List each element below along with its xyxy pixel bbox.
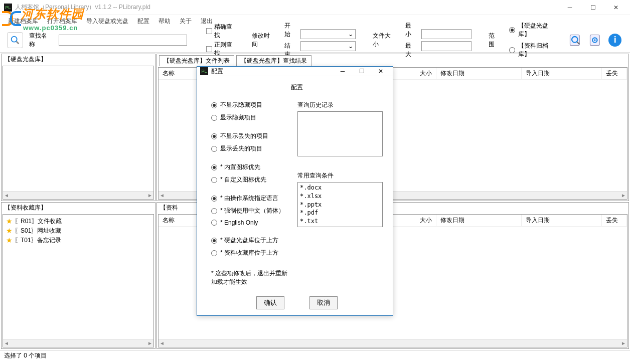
scroll-right-icon[interactable]: ► [147, 193, 152, 198]
col-idate[interactable]: 导入日期 [522, 215, 602, 226]
menu-open[interactable]: 打开档案库 [43, 16, 81, 27]
list-item[interactable]: ★〖T01〗备忘记录 [5, 236, 151, 245]
english-radio[interactable] [211, 220, 217, 226]
col-size[interactable]: 大小 [386, 68, 436, 79]
range-archive-radio[interactable] [509, 47, 515, 53]
dialog-maximize[interactable]: ☐ [353, 68, 371, 75]
panel-fav-header: 【资料收藏库】 [2, 203, 155, 213]
fav-label: 〖T01〗备忘记录 [15, 236, 61, 245]
hide-hidden-radio[interactable] [211, 102, 217, 108]
svg-line-1 [17, 41, 19, 44]
col-lost[interactable]: 丢失 [602, 68, 627, 79]
show-hidden-radio[interactable] [211, 115, 217, 121]
scroll-right-icon[interactable]: ► [147, 340, 152, 346]
dialog-title: 配置 [211, 67, 334, 76]
opt-label: * 强制使用中文（简体） [220, 207, 284, 215]
end-date-combo[interactable]: ⌄ [300, 41, 356, 51]
panel-disk-library: 【硬盘光盘库】 ◄► [1, 54, 155, 201]
filesize-label: 文件大小 [373, 32, 396, 49]
star-icon: ★ [6, 217, 13, 225]
col-idate[interactable]: 导入日期 [522, 68, 602, 79]
scrollbar[interactable]: ◄► [3, 191, 153, 199]
search-input[interactable] [59, 35, 187, 46]
search-icon[interactable] [7, 32, 23, 48]
panel-disk-header: 【硬盘光盘库】 [2, 54, 155, 65]
conditions-label: 常用查询条件 [297, 171, 383, 180]
col-lost[interactable]: 丢失 [602, 215, 627, 226]
builtin-icon-radio[interactable] [211, 164, 217, 170]
dialog-close[interactable]: ✕ [372, 68, 390, 75]
svg-point-7 [594, 39, 596, 41]
tab-search-result[interactable]: 【硬盘光盘库】查找结果 [236, 55, 311, 66]
start-label: 开始 [284, 22, 296, 39]
close-button[interactable]: ✕ [609, 4, 623, 11]
scroll-right-icon[interactable]: ► [621, 340, 626, 346]
fav-label: 〖S01〗网址收藏 [15, 227, 61, 235]
history-listbox[interactable] [297, 111, 383, 156]
scrollbar[interactable]: ◄► [159, 339, 627, 347]
svg-point-0 [11, 36, 17, 42]
scroll-left-icon[interactable]: ◄ [4, 340, 9, 346]
list-item[interactable]: ★〖R01〗文件收藏 [5, 217, 151, 226]
show-lost-radio[interactable] [211, 146, 217, 152]
scroll-left-icon[interactable]: ◄ [160, 193, 165, 198]
scroll-right-icon[interactable]: ► [621, 193, 626, 198]
menu-help[interactable]: 帮助 [154, 16, 175, 27]
status-text: 选择了 0 个项目 [4, 351, 47, 360]
opt-label: * English Only [220, 219, 258, 226]
minimize-button[interactable]: ─ [563, 4, 577, 11]
tool-gear-icon[interactable] [587, 32, 603, 48]
chevron-down-icon: ⌄ [348, 43, 353, 50]
opt-label: 不显示隐藏项目 [220, 101, 262, 109]
opt-label: 显示丢失的项目 [220, 144, 262, 153]
dialog-titlebar[interactable]: PL 配置 ─ ☐ ✕ [197, 67, 393, 76]
chinese-radio[interactable] [211, 208, 217, 214]
window-titlebar: PL 人档案馆（Personal Library）v1.1.2 -- PLibr… [0, 0, 630, 15]
col-mdate[interactable]: 修改日期 [436, 215, 522, 226]
range-disk-label: 【硬盘光盘库】 [518, 22, 560, 39]
dialog-minimize[interactable]: ─ [334, 68, 352, 75]
menu-new[interactable]: 新建档案库 [4, 16, 42, 27]
scroll-left-icon[interactable]: ◄ [160, 340, 165, 346]
cancel-button[interactable]: 取消 [309, 296, 338, 309]
scrollbar[interactable]: ◄► [3, 339, 153, 347]
custom-icon-radio[interactable] [211, 177, 217, 183]
max-size-input[interactable] [421, 41, 471, 51]
start-date-combo[interactable]: ⌄ [300, 29, 356, 39]
exact-checkbox[interactable] [206, 28, 212, 34]
disk-tree[interactable]: ◄► [3, 66, 154, 200]
opt-label: * 由操作系统指定语言 [220, 194, 278, 203]
history-label: 查询历史记录 [297, 101, 383, 109]
maximize-button[interactable]: ☐ [586, 4, 600, 11]
disk-top-radio[interactable] [211, 238, 217, 244]
exact-label: 精确查找 [214, 23, 238, 40]
window-title: 人档案馆（Personal Library）v1.1.2 -- PLibrary… [15, 3, 563, 12]
opt-label: * 资料收藏库位于上方 [220, 249, 278, 257]
tab-file-list[interactable]: 【硬盘光盘库】文件列表 [159, 55, 234, 66]
conditions-listbox[interactable]: *.docx *.xlsx *.pptx *.pdf *.txt [297, 182, 383, 227]
favorites-body: ★〖R01〗文件收藏 ★〖S01〗网址收藏 ★〖T01〗备忘记录 ◄► [3, 214, 154, 348]
opt-label: * 硬盘光盘库位于上方 [220, 236, 278, 245]
tool-info-icon[interactable]: i [607, 32, 623, 48]
material-top-radio[interactable] [211, 250, 217, 256]
dialog-icon: PL [200, 67, 208, 75]
menu-import[interactable]: 导入硬盘或光盘 [82, 16, 132, 27]
app-icon: PL [4, 4, 12, 12]
hide-lost-radio[interactable] [211, 133, 217, 139]
os-lang-radio[interactable] [211, 196, 217, 202]
min-size-input[interactable] [421, 29, 471, 39]
opt-label: 显示隐藏项目 [220, 113, 256, 122]
menu-about[interactable]: 关于 [176, 16, 196, 27]
menu-config[interactable]: 配置 [133, 16, 153, 27]
range-label: 范围 [489, 32, 501, 49]
ok-button[interactable]: 确认 [256, 296, 284, 309]
col-mdate[interactable]: 修改日期 [436, 68, 522, 79]
col-size[interactable]: 大小 [386, 215, 436, 226]
list-item[interactable]: ★〖S01〗网址收藏 [5, 226, 151, 236]
range-disk-radio[interactable] [509, 27, 515, 33]
tool-search-icon[interactable] [568, 32, 584, 48]
opt-label: * 内置图标优先 [220, 163, 260, 171]
dialog-note: * 这些项修改后，退出并重新加载才能生效 [211, 269, 287, 286]
regex-checkbox[interactable] [206, 46, 212, 52]
scroll-left-icon[interactable]: ◄ [4, 193, 9, 198]
